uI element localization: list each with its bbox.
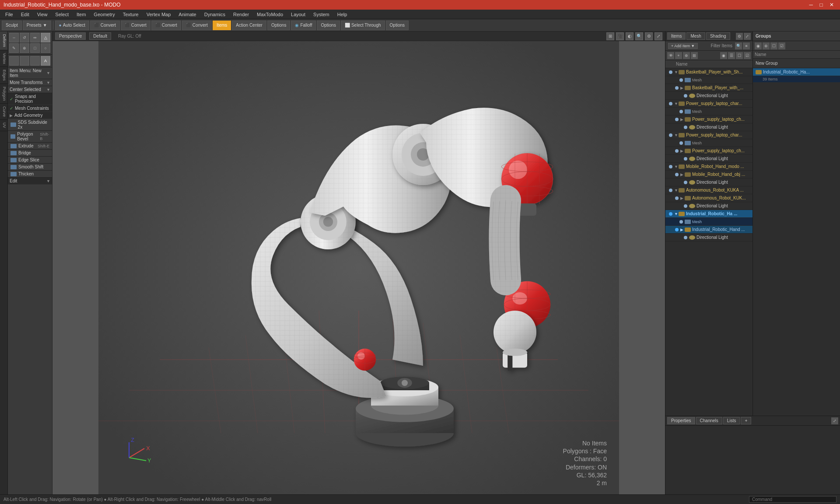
tool-sphere-icon[interactable]: ○ xyxy=(41,43,50,53)
menu-item[interactable]: Item xyxy=(73,11,89,18)
item-vis[interactable] xyxy=(673,226,680,233)
select-through-button[interactable]: ⬜ Select Through xyxy=(341,21,385,30)
item-row[interactable]: Directional Light xyxy=(665,155,752,163)
items-filter-icon[interactable]: ≡ xyxy=(743,42,750,49)
minimize-btn[interactable]: ─ xyxy=(807,2,816,8)
auto-select-button[interactable]: ● Auto Select xyxy=(55,21,89,30)
close-btn[interactable]: ✕ xyxy=(827,2,836,8)
expand-icon[interactable]: ▼ xyxy=(674,212,679,216)
command-input[interactable] xyxy=(749,496,836,503)
expand-icon[interactable]: ▼ xyxy=(674,188,679,192)
menu-vertex-map[interactable]: Vertex Map xyxy=(143,11,175,18)
thicken-btn[interactable]: Thicken xyxy=(8,171,52,178)
vp-shading-icon[interactable]: ◐ xyxy=(626,32,634,40)
item-vis[interactable] xyxy=(667,187,674,194)
edit-header[interactable]: Edit ▼ xyxy=(8,178,52,185)
vtab-deform[interactable]: Deform xyxy=(0,32,7,50)
expand-icon[interactable]: ▶ xyxy=(680,172,685,177)
mesh-tab[interactable]: Mesh xyxy=(686,32,705,40)
channels-tab[interactable]: Channels xyxy=(696,417,722,424)
items-tab[interactable]: Items xyxy=(667,32,686,40)
options3-button[interactable]: Options xyxy=(386,21,409,30)
options2-button[interactable]: Options xyxy=(317,21,340,30)
item-row[interactable]: Mesh xyxy=(665,218,752,226)
expand-icon[interactable]: ▼ xyxy=(674,133,679,137)
item-vis[interactable] xyxy=(667,163,674,170)
item-row[interactable]: ▼ Basketball_Player_with_Sh... xyxy=(665,68,752,76)
item-row[interactable]: ▶ Basketball_Player_with_... xyxy=(665,84,752,92)
item-vis[interactable] xyxy=(673,171,680,178)
properties-tab[interactable]: Properties xyxy=(667,417,695,424)
tool-extra1-icon[interactable] xyxy=(9,56,19,66)
center-selected-btn[interactable]: Center Selected ▼ xyxy=(8,86,52,93)
menu-geometry[interactable]: Geometry xyxy=(90,11,118,18)
vp-tab-default[interactable]: Default xyxy=(89,32,111,40)
vtab-uv[interactable]: UV xyxy=(0,120,7,131)
item-vis[interactable] xyxy=(678,218,685,225)
tool-select-icon[interactable]: △ xyxy=(41,33,50,42)
items-list[interactable]: ▼ Basketball_Player_with_Sh... Mesh ▶ Ba… xyxy=(665,68,752,416)
item-vis[interactable] xyxy=(667,132,674,139)
menu-help[interactable]: Help xyxy=(334,11,351,18)
tool-scale-icon[interactable]: ⇔ xyxy=(30,33,40,42)
menu-animate[interactable]: Animate xyxy=(175,11,200,18)
vtab-vertex[interactable]: Vertex xyxy=(0,50,7,67)
viewport-canvas[interactable]: No Items Polygons : Face Channels: 0 Def… xyxy=(52,41,665,494)
item-vis[interactable] xyxy=(682,124,689,131)
item-vis[interactable] xyxy=(667,100,674,107)
item-menu-btn[interactable]: Item Menu: New Item ▼ xyxy=(8,67,52,79)
items-icon-lock[interactable]: + xyxy=(675,52,682,59)
groups-icon1[interactable]: ◉ xyxy=(755,42,762,49)
tool-pen-icon[interactable]: ✎ xyxy=(9,43,19,53)
maximize-btn[interactable]: □ xyxy=(817,2,825,8)
viewport[interactable]: Perspective Default Ray GL: Off ⊞ 🎥 ◐ 🔍 … xyxy=(52,32,665,494)
menu-layout[interactable]: Layout xyxy=(287,11,309,18)
new-group-btn[interactable]: New Group xyxy=(753,59,840,68)
polygon-bevel-btn[interactable]: Polygon Bevel Shift-B xyxy=(8,131,52,143)
menu-view[interactable]: View xyxy=(34,11,51,18)
items-icon-r4[interactable]: ☑ xyxy=(744,52,751,59)
convert4-button[interactable]: ⬛ Convert xyxy=(182,21,212,30)
menu-file[interactable]: File xyxy=(2,11,17,18)
item-vis[interactable] xyxy=(667,210,674,217)
menu-system[interactable]: System xyxy=(310,11,333,18)
convert2-button[interactable]: ⬛ Convert xyxy=(121,21,150,30)
menu-maxtomodo[interactable]: MaxToModo xyxy=(253,11,287,18)
menu-edit[interactable]: Edit xyxy=(18,11,33,18)
item-row[interactable]: Directional Light xyxy=(665,234,752,242)
items-icon-r3[interactable]: ☐ xyxy=(736,52,743,59)
edge-slice-btn[interactable]: Edge Slice xyxy=(8,157,52,164)
item-row[interactable]: ▼ Power_supply_laptop_char... xyxy=(665,100,752,108)
item-vis[interactable] xyxy=(682,155,689,162)
item-vis[interactable] xyxy=(673,84,680,91)
item-vis[interactable] xyxy=(678,108,685,115)
bridge-btn[interactable]: Bridge xyxy=(8,150,52,157)
item-vis[interactable] xyxy=(678,77,685,84)
more-transforms-btn[interactable]: More Transforms ▼ xyxy=(8,79,52,86)
item-vis[interactable] xyxy=(667,69,674,76)
vp-frame-icon[interactable]: ⊞ xyxy=(606,32,614,40)
sculpt-button[interactable]: Sculpt xyxy=(2,21,22,30)
menu-texture[interactable]: Texture xyxy=(119,11,142,18)
items-icon-add[interactable]: ⊕ xyxy=(683,52,690,59)
item-vis[interactable] xyxy=(678,140,685,147)
convert3-button[interactable]: ⬛ Convert xyxy=(151,21,181,30)
vp-camera-icon[interactable]: 🎥 xyxy=(616,32,624,40)
expand-icon[interactable]: ▶ xyxy=(680,149,685,153)
item-row[interactable]: ▶ Mobile_Robot_Hand_obj ... xyxy=(665,171,752,178)
tool-box-icon[interactable]: □ xyxy=(30,43,40,53)
vp-tab-perspective[interactable]: Perspective xyxy=(55,32,86,40)
expand-icon[interactable]: ▶ xyxy=(680,196,685,200)
groups-icon2[interactable]: ⊕ xyxy=(763,42,770,49)
vp-expand-icon[interactable]: ⤢ xyxy=(654,32,662,40)
items-button[interactable]: Items xyxy=(213,21,231,30)
vtab-polygon[interactable]: Polygon xyxy=(0,84,7,104)
item-row[interactable]: Directional Light xyxy=(665,178,752,186)
tool-extra3-icon[interactable] xyxy=(30,56,40,66)
menu-render[interactable]: Render xyxy=(230,11,252,18)
convert1-button[interactable]: ⬛ Convert xyxy=(90,21,120,30)
options1-button[interactable]: Options xyxy=(267,21,290,30)
item-vis[interactable] xyxy=(673,116,680,123)
item-row[interactable]: ▼ Mobile_Robot_Hand_modo ... xyxy=(665,163,752,171)
add-geometry-header[interactable]: ▶ Add Geometry xyxy=(8,112,52,119)
